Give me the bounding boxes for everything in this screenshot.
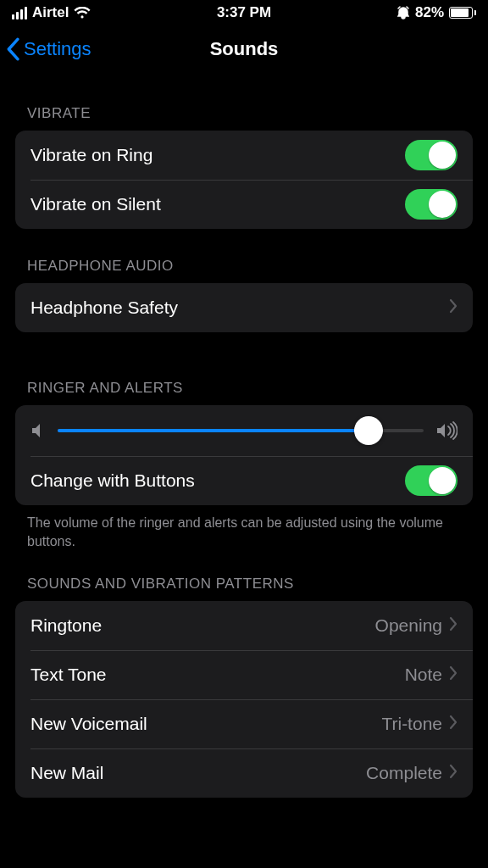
section-footer-ringer: The volume of the ringer and alerts can …: [0, 505, 488, 550]
row-label: Text Tone: [30, 665, 405, 685]
row-label: Vibrate on Silent: [30, 194, 405, 214]
back-label: Settings: [24, 38, 92, 60]
carrier-label: Airtel: [32, 4, 69, 21]
toggle-vibrate-on-ring[interactable]: [405, 140, 458, 170]
volume-high-icon: [435, 421, 458, 440]
nav-bar: Settings Sounds: [0, 25, 488, 73]
row-label: Headphone Safety: [30, 298, 449, 318]
row-headphone-safety[interactable]: Headphone Safety: [15, 283, 473, 332]
chevron-right-icon: [449, 298, 458, 317]
row-label: Change with Buttons: [30, 470, 405, 491]
volume-slider[interactable]: [58, 417, 424, 444]
row-label: Vibrate on Ring: [30, 145, 405, 165]
row-label: Ringtone: [30, 615, 375, 636]
row-value: Tri-tone: [381, 714, 442, 734]
back-button[interactable]: Settings: [0, 37, 92, 61]
content: VIBRATE Vibrate on Ring Vibrate on Silen…: [0, 73, 488, 868]
group-ringer: Change with Buttons: [15, 405, 473, 505]
chevron-right-icon: [449, 715, 458, 733]
volume-low-icon: [30, 422, 46, 439]
row-vibrate-on-ring[interactable]: Vibrate on Ring: [15, 131, 473, 180]
row-change-with-buttons[interactable]: Change with Buttons: [15, 456, 473, 505]
wifi-icon: [74, 7, 91, 19]
row-ringtone[interactable]: Ringtone Opening: [15, 601, 473, 650]
row-value: Opening: [375, 615, 442, 636]
chevron-right-icon: [449, 665, 458, 684]
status-right: 82%: [396, 4, 476, 21]
toggle-vibrate-on-silent[interactable]: [405, 189, 458, 220]
row-value: Note: [405, 665, 442, 685]
row-volume-slider: [15, 405, 473, 456]
toggle-change-with-buttons[interactable]: [405, 465, 458, 496]
alarm-icon: [396, 6, 410, 19]
group-vibrate: Vibrate on Ring Vibrate on Silent: [15, 131, 473, 229]
row-new-mail[interactable]: New Mail Complete: [15, 748, 473, 798]
battery-percent-label: 82%: [415, 4, 444, 21]
group-patterns: Ringtone Opening Text Tone Note New Voic…: [15, 601, 473, 798]
row-label: New Mail: [30, 763, 366, 783]
chevron-right-icon: [449, 764, 458, 782]
section-header-headphone: HEADPHONE AUDIO: [0, 229, 488, 283]
row-value: Complete: [366, 763, 442, 783]
status-left: Airtel: [12, 4, 91, 21]
chevron-right-icon: [449, 616, 458, 635]
row-vibrate-on-silent[interactable]: Vibrate on Silent: [15, 180, 473, 229]
cell-signal-icon: [12, 7, 27, 19]
status-bar: Airtel 3:37 PM 82%: [0, 0, 488, 25]
section-header-patterns: SOUNDS AND VIBRATION PATTERNS: [0, 550, 488, 601]
section-header-vibrate: VIBRATE: [0, 73, 488, 131]
row-label: New Voicemail: [30, 714, 381, 734]
chevron-left-icon: [5, 37, 20, 61]
row-text-tone[interactable]: Text Tone Note: [15, 650, 473, 699]
section-header-ringer: RINGER AND ALERTS: [0, 332, 488, 405]
row-new-voicemail[interactable]: New Voicemail Tri-tone: [15, 699, 473, 748]
group-headphone: Headphone Safety: [15, 283, 473, 332]
battery-icon: [449, 7, 476, 19]
